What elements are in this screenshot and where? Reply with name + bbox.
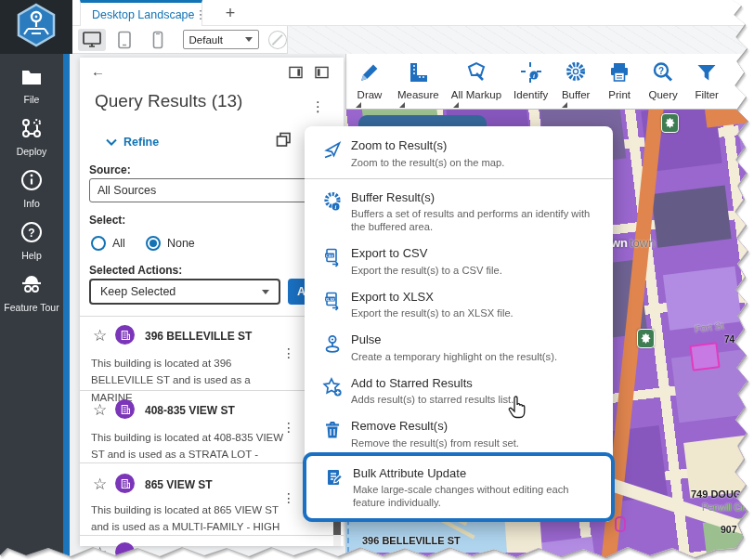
tool-identify[interactable]: i Identify [514, 60, 548, 100]
buffer-rings-icon: i [314, 189, 351, 213]
device-preview-bar: Default [72, 26, 288, 54]
new-tab-button[interactable]: + [219, 2, 241, 24]
rotate-disabled-icon [268, 31, 287, 49]
tablet-device-button[interactable] [111, 29, 139, 51]
selected-parcel-highlight [689, 342, 720, 371]
building-badge-icon [115, 542, 135, 560]
building-badge-icon [115, 399, 135, 419]
tool-query[interactable]: ? Query [647, 60, 679, 100]
tool-menu-corner [562, 102, 567, 108]
menu-item-export-xlsx[interactable]: XLSX Export to XLSXExport the result(s) … [305, 282, 613, 326]
star-icon[interactable]: ☆ [93, 475, 107, 494]
desktop-device-button[interactable] [78, 29, 106, 51]
phone-device-button[interactable] [144, 29, 172, 51]
downtown-label-gray: town [630, 236, 655, 250]
chevron-down-icon [106, 138, 117, 146]
sidebar-item-file[interactable]: File [0, 67, 63, 105]
chevron-down-icon [245, 37, 253, 42]
panel-kebab-menu[interactable]: ⋮ [311, 98, 325, 115]
deploy-nodes-icon [20, 117, 44, 143]
sidebar-item-help[interactable]: ? Help [0, 221, 63, 261]
menu-item-zoom-to-results[interactable]: Zoom to Result(s)Zoom to the result(s) o… [305, 131, 613, 175]
funnel-icon [695, 60, 719, 88]
screenshot-frame: Desktop Landscape ⋮ + Default File [0, 0, 754, 560]
svg-text:CSV: CSV [326, 254, 334, 258]
building-badge-icon [115, 474, 135, 493]
refine-toggle[interactable]: Refine [106, 136, 159, 149]
back-arrow-button[interactable]: ← [91, 63, 105, 79]
tool-draw[interactable]: Draw [354, 60, 385, 100]
chevron-down-icon [262, 290, 269, 294]
sidebar-item-deploy[interactable]: Deploy [0, 117, 63, 157]
addr-749-label: 749 DOUGLAS ST [691, 488, 754, 500]
svg-text:?: ? [28, 227, 34, 240]
radio-none[interactable]: None [146, 236, 195, 251]
magenta-marker [615, 516, 626, 532]
tool-measure[interactable]: Measure [397, 60, 439, 100]
building-badge-icon [115, 325, 135, 345]
results-context-menu: Zoom to Result(s)Zoom to the result(s) o… [305, 126, 613, 522]
menu-item-buffer-results[interactable]: i Buffer Result(s)Buffers a set of resul… [305, 183, 613, 240]
tool-filter[interactable]: Filter [691, 60, 722, 100]
selected-actions-select[interactable]: Keep Selected [89, 279, 280, 305]
dock-left-icon[interactable] [315, 66, 329, 82]
tool-buffer[interactable]: Buffer [560, 60, 592, 100]
menu-item-pulse[interactable]: PulseCreate a temporary highlight on the… [305, 325, 613, 369]
printer-icon [607, 60, 631, 88]
app-window: Desktop Landscape ⋮ + Default File [0, 0, 754, 560]
tablet-icon [117, 31, 132, 49]
menu-item-export-csv[interactable]: CSV Export to CSVExport the result(s) to… [305, 239, 613, 282]
app-logo-box [0, 0, 72, 54]
preset-select[interactable]: Default [183, 30, 260, 49]
star-icon[interactable]: ☆ [93, 400, 107, 420]
copy-results-icon[interactable] [276, 132, 292, 150]
svg-text:i: i [533, 72, 535, 80]
penwill-green-label: Penwill Green [702, 502, 754, 513]
source-select[interactable]: All Sources [89, 178, 332, 202]
pencil-icon [358, 60, 382, 88]
export-xlsx-icon: XLSX [314, 288, 351, 312]
svg-text:XLSX: XLSX [326, 297, 335, 301]
star-icon[interactable]: ☆ [93, 326, 107, 345]
menu-item-add-to-starred[interactable]: Add to Starred ResultsAdds result(s) to … [305, 369, 613, 412]
radio-circle-selected [146, 236, 161, 251]
menu-item-remove-results[interactable]: Remove Result(s)Remove the result(s) fro… [305, 411, 613, 455]
dock-right-icon[interactable] [289, 66, 303, 82]
tab-kebab-icon[interactable]: ⋮ [195, 8, 207, 20]
vertigis-hexagon-logo-icon [16, 3, 57, 51]
help-circle-icon: ? [20, 221, 43, 247]
tab-desktop-landscape[interactable]: Desktop Landscape ⋮ [80, 0, 202, 26]
tool-print[interactable]: Print [604, 60, 635, 100]
identify-crosshair-icon: i [519, 60, 543, 88]
menu-item-bulk-attribute-update[interactable]: Bulk Attribute UpdateMake large-scale ch… [306, 459, 611, 515]
export-csv-icon: CSV [314, 244, 351, 268]
mouse-pointer-cursor [507, 396, 527, 423]
selected-actions-label: Selected Actions: [89, 264, 182, 277]
select-label: Select: [89, 214, 125, 227]
designer-sidebar: File Deploy Info ? Help Feature Tour [0, 54, 63, 560]
monitor-icon [82, 31, 102, 48]
star-icon[interactable]: ☆ [93, 543, 107, 560]
radio-all[interactable]: All [91, 236, 125, 251]
menu-separator [305, 178, 613, 179]
feature-tour-icon [19, 273, 45, 299]
buffer-rings-icon [564, 60, 588, 88]
select-radio-group: All None [91, 236, 195, 251]
sidebar-item-feature-tour[interactable]: Feature Tour [0, 273, 63, 313]
radio-circle [91, 236, 106, 251]
tool-menu-corner [453, 102, 459, 108]
highway-shield-icon [637, 329, 655, 348]
preview-accent-strip [63, 54, 70, 560]
ruler-icon [406, 60, 430, 88]
tool-menu-corner [356, 102, 361, 108]
tool-all-markup[interactable]: All Markup [451, 60, 501, 100]
num-907-label: 907 [721, 524, 737, 535]
zoom-to-icon [314, 137, 351, 161]
markup-icon [464, 60, 488, 88]
star-plus-icon [314, 374, 351, 398]
pulse-pin-icon [314, 331, 351, 355]
highway-shield-icon [661, 113, 679, 133]
preset-value: Default [189, 34, 223, 46]
sidebar-item-info[interactable]: Info [0, 169, 63, 209]
query-magnifier-icon: ? [651, 60, 675, 88]
